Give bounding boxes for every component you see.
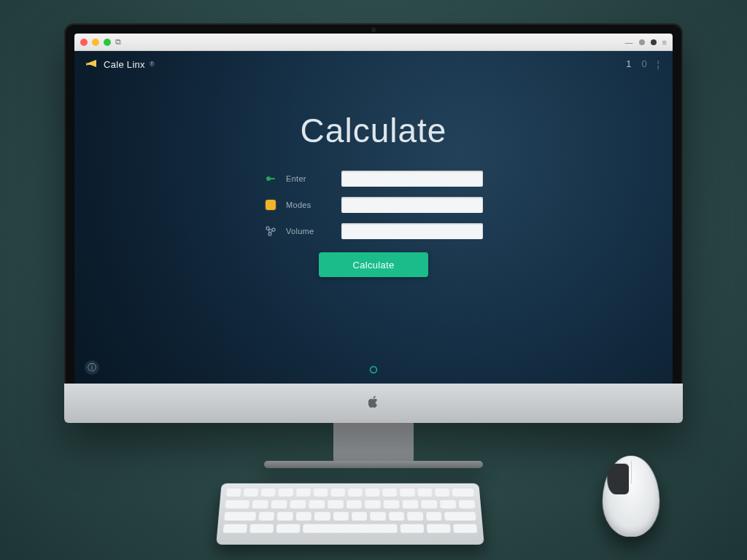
traffic-light-zoom[interactable] [104,39,111,46]
readout-sep-icon: ¦ [657,58,659,69]
monitor-chin [64,384,683,423]
form-row-enter: Enter [264,171,483,187]
window-titlebar: ⧉ — ≡ [74,34,673,51]
monitor-stand-neck [333,423,414,464]
calculate-button[interactable]: Calculate [319,252,428,277]
tray-menu-icon[interactable]: ≡ [662,38,667,47]
monitor: ⧉ — ≡ Cale Linx [64,23,683,468]
note-icon [264,198,277,211]
svg-point-4 [266,227,269,230]
input-volume[interactable] [341,223,483,239]
label-volume: Volume [286,227,333,236]
label-enter: Enter [286,174,333,183]
desk [0,458,747,560]
brand-registered: ® [150,61,155,68]
form-row-volume: Volume [264,223,483,239]
tray-dash-icon: — [625,38,633,47]
svg-rect-3 [270,178,275,179]
readout-a: 1 [626,58,631,69]
calculate-form: Enter Modes [264,171,483,277]
apple-logo-icon [368,396,379,411]
hero: Calculate [74,111,673,150]
svg-point-7 [371,367,377,373]
monitor-bezel: ⧉ — ≡ Cale Linx [64,23,683,423]
top-right-readout: 1 0 ¦ [626,58,659,69]
page-title: Calculate [74,111,673,150]
traffic-light-minimize[interactable] [92,39,99,46]
input-enter[interactable] [341,171,483,187]
brand-name: Cale Linx [104,59,145,70]
readout-b: 0 [641,58,646,69]
svg-marker-0 [87,60,96,67]
webcam [371,28,376,32]
titlebar-system-tray: — ≡ [625,38,667,47]
input-modes[interactable] [341,197,483,213]
screen: ⧉ — ≡ Cale Linx [74,34,673,384]
brand-bar: Cale Linx ® [74,51,673,77]
svg-rect-1 [86,63,88,66]
keyboard [216,483,484,545]
label-modes: Modes [286,201,333,209]
key-icon [264,172,277,185]
ring-icon[interactable] [368,365,379,375]
megaphone-icon [86,58,98,70]
nodes-icon [264,225,277,238]
traffic-light-close[interactable] [80,39,88,46]
form-row-modes: Modes [264,197,483,213]
app-surface: Cale Linx ® 1 0 ¦ Calculate E [74,51,673,384]
tray-dot-icon [639,39,645,45]
tab-icon: ⧉ [115,37,121,47]
monitor-stand-foot [264,461,483,468]
info-icon[interactable]: ⓘ [85,360,99,375]
tray-dot-dark-icon [651,39,657,45]
